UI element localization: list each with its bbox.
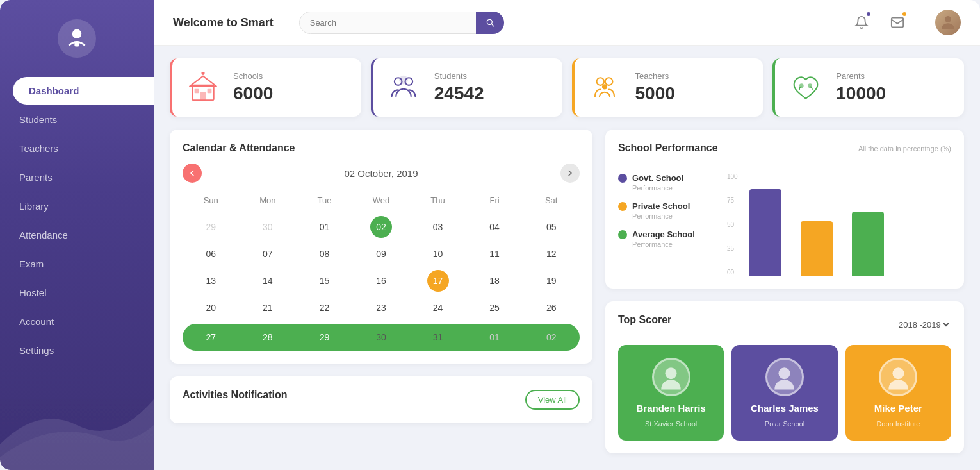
cal-cell[interactable]: 01: [466, 324, 523, 351]
cal-num[interactable]: 11: [484, 243, 505, 265]
view-all-button[interactable]: View All: [525, 390, 580, 410]
cal-cell[interactable]: 14: [240, 267, 297, 294]
sidebar-item-dashboard[interactable]: Dashboard: [13, 77, 154, 105]
cal-num[interactable]: 29: [200, 216, 222, 238]
cal-num-today[interactable]: 02: [370, 216, 392, 238]
sidebar-item-teachers[interactable]: Teachers: [0, 135, 154, 162]
cal-num[interactable]: 03: [427, 216, 449, 238]
cal-cell[interactable]: 10: [409, 240, 466, 267]
cal-num[interactable]: 21: [257, 297, 279, 319]
cal-num[interactable]: 30: [370, 326, 392, 348]
cal-num[interactable]: 01: [484, 326, 505, 348]
cal-num[interactable]: 07: [257, 243, 279, 265]
calendar-week-3: 13 14 15 16 17 18 19: [183, 267, 580, 294]
cal-num[interactable]: 16: [370, 270, 392, 292]
cal-num[interactable]: 12: [541, 243, 562, 265]
cal-cell[interactable]: 18: [466, 267, 523, 294]
calendar-prev-button[interactable]: [183, 164, 202, 183]
user-avatar[interactable]: [935, 10, 961, 35]
cal-cell[interactable]: 02: [523, 324, 580, 351]
cal-num-green[interactable]: 28: [257, 326, 279, 348]
cal-cell[interactable]: 20: [183, 294, 240, 321]
cal-num[interactable]: 04: [484, 216, 505, 238]
cal-cell[interactable]: 07: [240, 240, 297, 267]
cal-num[interactable]: 01: [313, 216, 335, 238]
cal-num[interactable]: 10: [427, 243, 449, 265]
cal-cell[interactable]: 29: [183, 214, 240, 240]
cal-num-highlighted[interactable]: 17: [427, 270, 449, 292]
cal-num[interactable]: 22: [313, 297, 335, 319]
cal-cell[interactable]: 12: [523, 240, 580, 267]
y-axis-labels: 100 75 50 25 00: [727, 173, 745, 276]
cal-cell[interactable]: 25: [466, 294, 523, 321]
year-select[interactable]: 2018 -2019: [896, 319, 951, 330]
sidebar-item-parents[interactable]: Parents: [0, 164, 154, 191]
cal-cell[interactable]: 09: [353, 240, 410, 267]
cal-num[interactable]: 30: [257, 216, 279, 238]
sidebar-item-attendance[interactable]: Attendance: [0, 221, 154, 249]
cal-num[interactable]: 08: [313, 243, 335, 265]
search-input[interactable]: [299, 12, 504, 34]
cal-cell[interactable]: 05: [523, 214, 580, 240]
cal-num[interactable]: 09: [370, 243, 392, 265]
y-label-75: 75: [727, 197, 745, 204]
cal-cell[interactable]: 31: [409, 324, 466, 351]
cal-cell[interactable]: 17: [409, 267, 466, 294]
sidebar-item-students[interactable]: Students: [0, 106, 154, 133]
sidebar-item-account[interactable]: Account: [0, 308, 154, 335]
cal-num[interactable]: 06: [200, 243, 222, 265]
cal-cell[interactable]: 24: [409, 294, 466, 321]
calendar-next-button[interactable]: [560, 164, 580, 183]
scorer-card-mike: Mike Peter Doon Institute: [845, 345, 951, 441]
scorer-name-branden: Branden Harris: [636, 403, 705, 414]
cal-cell[interactable]: 30: [353, 324, 410, 351]
notification-button[interactable]: [850, 11, 873, 34]
sidebar-item-library[interactable]: Library: [0, 192, 154, 220]
cal-cell[interactable]: 06: [183, 240, 240, 267]
scorer-school-branden: St.Xavier School: [645, 420, 697, 428]
cal-cell[interactable]: 19: [523, 267, 580, 294]
cal-cell[interactable]: 04: [466, 214, 523, 240]
sidebar-item-exam[interactable]: Exam: [0, 250, 154, 278]
cal-cell[interactable]: 13: [183, 267, 240, 294]
cal-cell[interactable]: 15: [296, 267, 353, 294]
cal-cell[interactable]: 11: [466, 240, 523, 267]
cal-cell[interactable]: 29: [296, 324, 353, 351]
cal-cell[interactable]: 28: [240, 324, 297, 351]
cal-num[interactable]: 26: [541, 297, 562, 319]
cal-cell[interactable]: 23: [353, 294, 410, 321]
cal-num[interactable]: 24: [427, 297, 449, 319]
cal-num[interactable]: 20: [200, 297, 222, 319]
cal-num[interactable]: 31: [427, 326, 449, 348]
cal-cell[interactable]: 21: [240, 294, 297, 321]
mail-button[interactable]: [886, 11, 909, 34]
calendar-week-4: 20 21 22 23 24 25 26: [183, 294, 580, 321]
app-logo: [58, 19, 96, 58]
cal-num[interactable]: 25: [484, 297, 505, 319]
cal-num-green[interactable]: 29: [313, 326, 335, 348]
cal-num[interactable]: 02: [541, 326, 562, 348]
cal-cell[interactable]: 03: [409, 214, 466, 240]
scorer-card-branden: Branden Harris St.Xavier School: [618, 345, 724, 441]
cal-cell[interactable]: 27: [183, 324, 240, 351]
cal-num[interactable]: 05: [541, 216, 562, 238]
sidebar-item-hostel[interactable]: Hostel: [0, 279, 154, 306]
cal-num[interactable]: 13: [200, 270, 222, 292]
cal-cell[interactable]: 22: [296, 294, 353, 321]
cal-cell[interactable]: 16: [353, 267, 410, 294]
cal-num[interactable]: 19: [541, 270, 562, 292]
cal-num-green[interactable]: 27: [200, 326, 222, 348]
legend-dot-private: [618, 202, 627, 211]
cal-num[interactable]: 14: [257, 270, 279, 292]
cal-cell[interactable]: 01: [296, 214, 353, 240]
cal-cell[interactable]: 26: [523, 294, 580, 321]
cal-num[interactable]: 15: [313, 270, 335, 292]
cal-cell[interactable]: 08: [296, 240, 353, 267]
cal-cell[interactable]: 30: [240, 214, 297, 240]
cal-num[interactable]: 18: [484, 270, 505, 292]
header-icons: [850, 10, 961, 35]
sidebar-item-settings[interactable]: Settings: [0, 337, 154, 364]
cal-cell[interactable]: 02: [353, 214, 410, 240]
search-button[interactable]: [476, 12, 504, 34]
cal-num[interactable]: 23: [370, 297, 392, 319]
